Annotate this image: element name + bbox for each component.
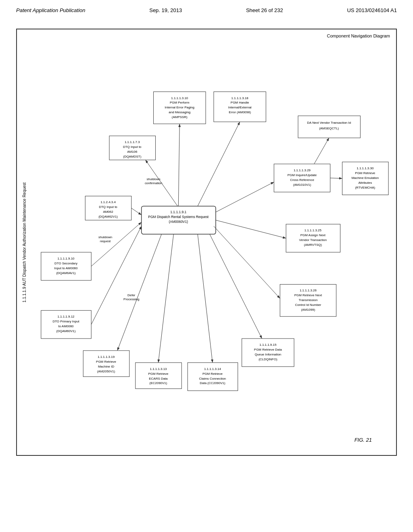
svg-text:DTO Secondary: DTO Secondary bbox=[54, 262, 77, 265]
svg-line-99 bbox=[216, 220, 286, 238]
svg-rect-19 bbox=[109, 136, 156, 160]
svg-rect-9 bbox=[41, 252, 91, 281]
svg-text:Internal/External: Internal/External bbox=[228, 106, 252, 109]
svg-line-95 bbox=[159, 234, 174, 363]
top-label: Component Navigation Diagram bbox=[327, 33, 390, 38]
svg-text:1.1.1.1.3.19: 1.1.1.1.3.19 bbox=[98, 355, 115, 359]
svg-text:Claims Connection: Claims Connection bbox=[199, 377, 226, 380]
svg-text:DA Next Vendor Transaction Id: DA Next Vendor Transaction Id bbox=[307, 121, 351, 125]
svg-text:PGM Inquire/Update: PGM Inquire/Update bbox=[288, 173, 317, 177]
svg-text:1.1.1.1.3.13: 1.1.1.1.3.13 bbox=[150, 367, 167, 371]
svg-rect-40 bbox=[136, 363, 182, 389]
sheet-label: Sheet 26 of 232 bbox=[246, 7, 283, 13]
svg-rect-14 bbox=[85, 196, 131, 220]
svg-text:(CLDQINFO): (CLDQINFO) bbox=[259, 357, 277, 361]
svg-text:(AM2050V1): (AM2050V1) bbox=[97, 370, 115, 373]
svg-text:1.1.1.1.9.15: 1.1.1.1.9.15 bbox=[259, 343, 277, 347]
svg-rect-74 bbox=[342, 162, 389, 195]
svg-text:(DQAMDST): (DQAMDST) bbox=[123, 155, 141, 158]
publication-label: Patent Application Publication bbox=[16, 7, 86, 13]
svg-text:DTQ Input to: DTQ Input to bbox=[99, 205, 117, 209]
svg-text:PGM Perform: PGM Perform bbox=[170, 101, 190, 104]
svg-text:AM106: AM106 bbox=[127, 150, 138, 154]
svg-text:Machine ID: Machine ID bbox=[98, 365, 114, 368]
svg-text:Data (CC2090V1): Data (CC2090V1) bbox=[200, 381, 225, 385]
svg-line-100 bbox=[216, 182, 274, 212]
svg-line-91 bbox=[198, 122, 240, 206]
svg-text:to AM0060: to AM0060 bbox=[58, 324, 74, 328]
fig-label: FIG. 21 bbox=[355, 437, 372, 443]
svg-rect-0 bbox=[142, 206, 216, 234]
svg-rect-55 bbox=[280, 285, 336, 317]
diagram-svg: 1.1.1.1.9.1 PGM Dispatch Rental Systems … bbox=[17, 29, 396, 455]
svg-text:(DQAM60V1): (DQAM60V1) bbox=[56, 329, 76, 333]
svg-text:PGM Dispatch Rental Systems Re: PGM Dispatch Rental Systems Request bbox=[148, 215, 209, 219]
svg-line-101 bbox=[314, 138, 329, 164]
svg-text:1.1.2.4.3.4: 1.1.2.4.3.4 bbox=[100, 200, 116, 204]
svg-text:Cross Reference: Cross Reference bbox=[290, 178, 314, 182]
svg-rect-4 bbox=[41, 310, 91, 339]
svg-text:1.1.1.1.9.1: 1.1.1.1.9.1 bbox=[170, 210, 186, 214]
svg-text:confirmation: confirmation bbox=[145, 181, 162, 185]
left-label: 1.1.1.1.9 AUT Dispatch Vendor Authorizat… bbox=[23, 182, 27, 302]
svg-rect-50 bbox=[242, 339, 294, 367]
svg-text:1.1.1.1.7.3: 1.1.1.1.7.3 bbox=[125, 140, 140, 144]
svg-text:DTQ Input to: DTQ Input to bbox=[123, 145, 142, 149]
svg-text:(RTVEMCHA): (RTVEMCHA) bbox=[355, 186, 375, 189]
svg-line-96 bbox=[198, 234, 213, 363]
page: Patent Application Publication Sep. 19, … bbox=[0, 0, 413, 532]
svg-text:(AMSEQCTL): (AMSEQCTL) bbox=[319, 127, 339, 130]
svg-text:Attributes: Attributes bbox=[359, 181, 372, 185]
svg-text:(EC2090V1): (EC2090V1) bbox=[150, 381, 167, 385]
diagram-area: 1.1.1.1.9 AUT Dispatch Vendor Authorizat… bbox=[16, 29, 397, 456]
svg-line-83 bbox=[91, 222, 141, 266]
svg-rect-66 bbox=[274, 164, 330, 192]
svg-text:ECARS Data: ECARS Data bbox=[149, 377, 168, 380]
svg-text:shutdown: shutdown bbox=[98, 235, 112, 239]
date-label: Sep. 19, 2013 bbox=[149, 7, 182, 13]
svg-text:Machine Emulation: Machine Emulation bbox=[352, 176, 379, 180]
svg-text:1.1.1.1.3.10: 1.1.1.1.3.10 bbox=[171, 96, 188, 100]
svg-text:Processing: Processing bbox=[123, 297, 139, 301]
svg-text:Defer: Defer bbox=[127, 293, 136, 297]
svg-text:(AM0060V1): (AM0060V1) bbox=[169, 220, 188, 224]
svg-rect-45 bbox=[188, 363, 238, 391]
patent-number: US 2013/0246104 A1 bbox=[347, 7, 397, 13]
svg-text:Vendor Transaction: Vendor Transaction bbox=[299, 238, 327, 242]
svg-text:1.1.1.1.9.12: 1.1.1.1.9.12 bbox=[57, 315, 75, 318]
svg-line-82 bbox=[91, 226, 141, 324]
svg-text:1.1.1.1.9.10: 1.1.1.1.9.10 bbox=[57, 257, 75, 260]
svg-text:(AMPSSR): (AMPSSR) bbox=[172, 115, 188, 119]
svg-text:Input to AM0060: Input to AM0060 bbox=[54, 266, 78, 270]
svg-text:shutdown: shutdown bbox=[147, 177, 161, 181]
svg-rect-35 bbox=[83, 351, 129, 377]
svg-text:1.1.1.1.3.18: 1.1.1.1.3.18 bbox=[232, 96, 249, 100]
svg-rect-30 bbox=[214, 92, 266, 122]
svg-line-92 bbox=[117, 234, 162, 351]
svg-text:(AMRVTSQ): (AMRVTSQ) bbox=[304, 243, 322, 247]
svg-text:(DQAM62V1): (DQAM62V1) bbox=[98, 215, 118, 218]
svg-line-98 bbox=[214, 226, 280, 298]
svg-text:(AM1010V1): (AM1010V1) bbox=[293, 183, 311, 187]
svg-rect-24 bbox=[154, 92, 206, 124]
svg-text:Control Id Number: Control Id Number bbox=[295, 303, 321, 307]
svg-text:1.1.1.1.3.14: 1.1.1.1.3.14 bbox=[204, 367, 221, 371]
svg-text:1.1.1.1.3.30: 1.1.1.1.3.30 bbox=[357, 166, 374, 170]
svg-line-102 bbox=[330, 178, 342, 179]
svg-text:(DQAM6AV1): (DQAM6AV1) bbox=[56, 271, 75, 275]
svg-text:(AM1099): (AM1099) bbox=[301, 308, 315, 312]
svg-text:request: request bbox=[100, 239, 111, 243]
svg-line-97 bbox=[210, 234, 262, 339]
header: Patent Application Publication Sep. 19, … bbox=[0, 0, 413, 17]
svg-rect-61 bbox=[286, 224, 340, 252]
svg-rect-71 bbox=[298, 116, 360, 138]
svg-text:1.1.1.1.3.26: 1.1.1.1.3.26 bbox=[300, 289, 317, 292]
svg-text:Transmission: Transmission bbox=[298, 298, 317, 302]
svg-line-87 bbox=[146, 160, 178, 206]
svg-text:Internal Error Paging: Internal Error Paging bbox=[165, 106, 194, 109]
svg-text:1.1.1.1.3.29: 1.1.1.1.3.29 bbox=[294, 168, 311, 172]
svg-text:PGM Retrieve Next: PGM Retrieve Next bbox=[294, 293, 322, 297]
svg-text:1.1.1.1.3.25: 1.1.1.1.3.25 bbox=[305, 229, 322, 232]
svg-text:DTO Primary Input: DTO Primary Input bbox=[52, 320, 79, 323]
svg-text:PGM Assign Next: PGM Assign Next bbox=[300, 233, 326, 237]
